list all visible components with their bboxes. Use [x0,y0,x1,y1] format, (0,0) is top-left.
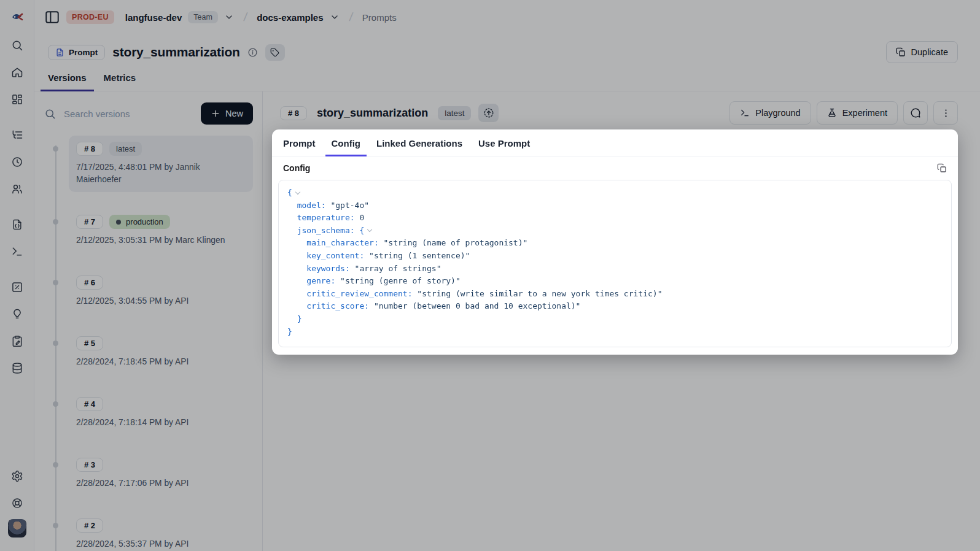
version-detail-sheet: PromptConfigLinked GenerationsUse Prompt… [272,129,958,355]
code-line: genre: "string (genre of story)" [287,275,943,288]
code-line: { [287,187,943,199]
code-line: temperature: 0 [287,212,943,225]
code-line: model: "gpt-4o" [287,199,943,212]
copy-config-icon[interactable] [937,163,947,173]
code-line: } [287,313,943,326]
collapse-chevron-icon[interactable] [295,189,300,194]
collapse-chevron-icon[interactable] [367,227,372,232]
sheet-tabs: PromptConfigLinked GenerationsUse Prompt [272,129,958,156]
config-section-title: Config [283,163,310,173]
config-json-code: { model: "gpt-4o" temperature: 0 json_sc… [278,180,952,347]
sheet-tab-prompt[interactable]: Prompt [277,129,322,156]
code-line: json_schema: { [287,225,943,237]
sheet-tab-linked-generations[interactable]: Linked Generations [370,129,469,156]
code-line: main_character: "string (name of protago… [287,237,943,250]
sheet-tab-config[interactable]: Config [325,129,367,156]
code-line: } [287,326,943,339]
code-line: critic_review_comment: "string (write si… [287,288,943,301]
code-line: critic_score: "number (between 0 bad and… [287,300,943,313]
sheet-tab-use-prompt[interactable]: Use Prompt [472,129,536,156]
code-line: key_content: "string (1 sentence)" [287,250,943,263]
code-line: keywords: "array of strings" [287,263,943,276]
